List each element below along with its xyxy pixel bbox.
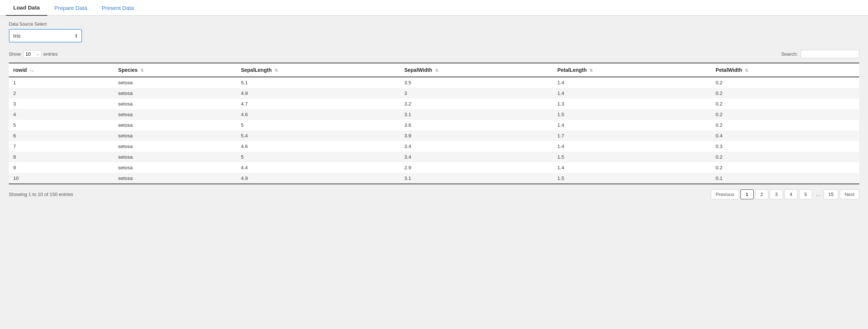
cell-sepal-width: 3.4 — [400, 152, 553, 162]
cell-sepal-length: 5 — [236, 152, 400, 162]
cell-species: setosa — [114, 130, 236, 141]
cell-sepal-length: 4.6 — [236, 141, 400, 152]
col-rowid-label: rowid — [13, 67, 27, 73]
cell-sepal-width: 2.9 — [400, 162, 553, 173]
cell-rowid: 6 — [9, 130, 114, 141]
search-label: Search: — [781, 51, 798, 57]
cell-sepal-width: 3.6 — [400, 120, 553, 130]
cell-sepal-width: 3.9 — [400, 130, 553, 141]
cell-sepal-width: 3.1 — [400, 109, 553, 120]
table-row: 3setosa4.73.21.30.2 — [9, 99, 859, 109]
cell-petal-width: 0.2 — [711, 120, 859, 130]
cell-petal-length: 1.3 — [553, 99, 711, 109]
sort-icon-sepal-width: ⇅ — [435, 68, 438, 73]
cell-petal-width: 0.2 — [711, 152, 859, 162]
pagination-page-3[interactable]: 3 — [770, 189, 783, 199]
table-row: 10setosa4.93.11.50.1 — [9, 173, 859, 184]
cell-species: setosa — [114, 109, 236, 120]
sort-icon-species: ⇅ — [140, 68, 144, 73]
cell-species: setosa — [114, 77, 236, 88]
cell-petal-length: 1.4 — [553, 120, 711, 130]
pagination-page-4[interactable]: 4 — [784, 189, 798, 199]
table-row: 9setosa4.42.91.40.2 — [9, 162, 859, 173]
table-row: 2setosa4.931.40.2 — [9, 88, 859, 99]
cell-petal-length: 1.5 — [553, 152, 711, 162]
pagination-previous[interactable]: Previous — [711, 189, 739, 199]
col-petal-width[interactable]: PetalWidth ⇅ — [711, 63, 859, 77]
cell-sepal-length: 5.1 — [236, 77, 400, 88]
col-rowid[interactable]: rowid ↑↓ — [9, 63, 114, 77]
cell-petal-width: 0.3 — [711, 141, 859, 152]
cell-species: setosa — [114, 162, 236, 173]
table-row: 7setosa4.63.41.40.3 — [9, 141, 859, 152]
table-header-row: rowid ↑↓ Species ⇅ SepalLength ⇅ SepalWi… — [9, 63, 859, 77]
cell-petal-width: 0.4 — [711, 130, 859, 141]
cell-petal-width: 0.2 — [711, 162, 859, 173]
entries-select[interactable]: 10 25 50 100 — [23, 50, 41, 58]
cell-petal-length: 1.7 — [553, 130, 711, 141]
sort-icon-rowid: ↑↓ — [30, 68, 34, 73]
pagination-ellipsis: ... — [814, 190, 822, 199]
tab-bar: Load Data Prepare Data Present Data — [0, 0, 868, 16]
col-sepal-length-label: SepalLength — [241, 67, 272, 73]
cell-rowid: 8 — [9, 152, 114, 162]
cell-species: setosa — [114, 141, 236, 152]
sort-icon-petal-length: ⇅ — [589, 68, 593, 73]
tab-present-data[interactable]: Present Data — [95, 0, 141, 15]
cell-sepal-width: 3.1 — [400, 173, 553, 184]
app-container: Load Data Prepare Data Present Data Data… — [0, 0, 868, 329]
pagination-next[interactable]: Next — [840, 189, 859, 199]
cell-sepal-width: 3.4 — [400, 141, 553, 152]
cell-rowid: 3 — [9, 99, 114, 109]
col-petal-length[interactable]: PetalLength ⇅ — [553, 63, 711, 77]
cell-rowid: 9 — [9, 162, 114, 173]
content-area: Data Source Select Iris mtcars diamonds … — [0, 16, 868, 205]
datasource-label: Data Source Select — [9, 22, 859, 27]
table-footer: Showing 1 to 10 of 150 entries Previous … — [9, 189, 859, 199]
col-species[interactable]: Species ⇅ — [114, 63, 236, 77]
cell-petal-length: 1.4 — [553, 162, 711, 173]
cell-sepal-length: 4.7 — [236, 99, 400, 109]
pagination-page-15[interactable]: 15 — [824, 189, 838, 199]
cell-petal-length: 1.5 — [553, 173, 711, 184]
cell-petal-length: 1.4 — [553, 141, 711, 152]
pagination-page-2[interactable]: 2 — [755, 189, 768, 199]
cell-sepal-width: 3.5 — [400, 77, 553, 88]
cell-petal-length: 1.5 — [553, 109, 711, 120]
cell-sepal-width: 3.2 — [400, 99, 553, 109]
tab-prepare-data[interactable]: Prepare Data — [47, 0, 95, 15]
table-body: 1setosa5.13.51.40.22setosa4.931.40.23set… — [9, 77, 859, 184]
col-sepal-width-label: SepalWidth — [404, 67, 432, 73]
cell-petal-width: 0.1 — [711, 173, 859, 184]
pagination-page-5[interactable]: 5 — [799, 189, 812, 199]
sort-icon-sepal-length: ⇅ — [275, 68, 278, 73]
show-entries-bar: Show 10 25 50 100 entries Search: — [9, 50, 859, 58]
cell-sepal-length: 4.6 — [236, 109, 400, 120]
entries-select-wrapper: 10 25 50 100 — [23, 50, 41, 58]
col-sepal-length[interactable]: SepalLength ⇅ — [236, 63, 400, 77]
search-input[interactable] — [801, 50, 859, 58]
cell-sepal-length: 4.9 — [236, 173, 400, 184]
cell-petal-width: 0.2 — [711, 88, 859, 99]
pagination: Previous 1 2 3 4 5 ... 15 Next — [711, 189, 859, 199]
datasource-select[interactable]: Iris mtcars diamonds — [9, 29, 82, 42]
col-petal-width-label: PetalWidth — [716, 67, 742, 73]
search-bar: Search: — [781, 50, 859, 58]
cell-rowid: 2 — [9, 88, 114, 99]
cell-rowid: 1 — [9, 77, 114, 88]
table-row: 8setosa53.41.50.2 — [9, 152, 859, 162]
cell-petal-width: 0.2 — [711, 77, 859, 88]
tab-load-data[interactable]: Load Data — [6, 0, 47, 16]
col-species-label: Species — [118, 67, 137, 73]
cell-rowid: 10 — [9, 173, 114, 184]
table-row: 5setosa53.61.40.2 — [9, 120, 859, 130]
cell-sepal-width: 3 — [400, 88, 553, 99]
col-sepal-width[interactable]: SepalWidth ⇅ — [400, 63, 553, 77]
sort-icon-petal-width: ⇅ — [745, 68, 748, 73]
cell-petal-width: 0.2 — [711, 99, 859, 109]
datasource-select-wrapper: Iris mtcars diamonds — [9, 29, 82, 42]
cell-species: setosa — [114, 88, 236, 99]
cell-species: setosa — [114, 99, 236, 109]
show-label: Show — [9, 51, 21, 57]
pagination-page-1[interactable]: 1 — [740, 189, 754, 199]
